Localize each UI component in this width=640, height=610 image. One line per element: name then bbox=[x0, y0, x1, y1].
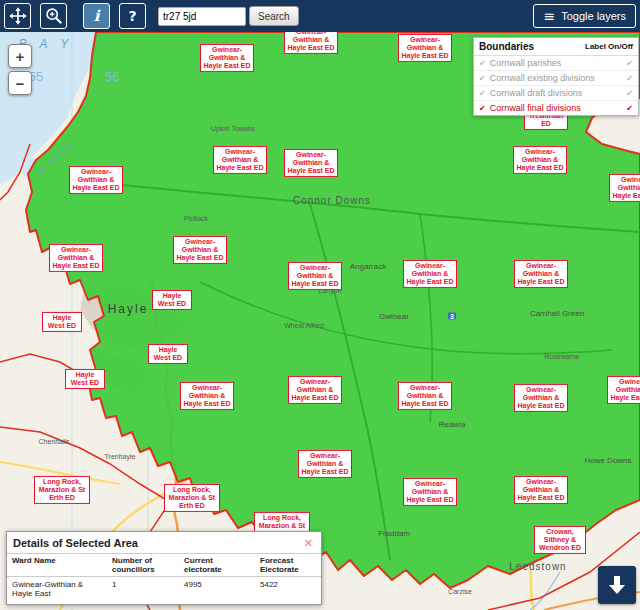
down-arrow-button[interactable] bbox=[598, 566, 636, 604]
toggle-layers-button[interactable]: ≡ Toggle layers bbox=[533, 4, 636, 28]
layer-label: Cornwall draft divisions bbox=[490, 88, 623, 98]
layer-visibility-check[interactable]: ✔ bbox=[479, 89, 486, 98]
layer-label: Cornwall final divisions bbox=[490, 103, 623, 113]
layer-label-check[interactable]: ✔ bbox=[626, 74, 633, 83]
search-input[interactable] bbox=[158, 7, 246, 26]
details-header-row: Ward NameNumber of councillorsCurrent el… bbox=[7, 554, 321, 577]
details-column-header: Current electorate bbox=[179, 554, 255, 577]
layer-visibility-check[interactable]: ✔ bbox=[479, 74, 486, 83]
hamburger-icon: ≡ bbox=[543, 9, 555, 23]
details-cell: 5422 bbox=[255, 577, 321, 605]
road-minor bbox=[0, 462, 120, 484]
details-column-header: Forecast Electorate bbox=[255, 554, 321, 577]
info-icon: i bbox=[94, 7, 100, 25]
layers-panel-title: Boundaries bbox=[479, 41, 534, 52]
zoom-in-button[interactable]: + bbox=[8, 44, 32, 68]
close-icon[interactable]: ✕ bbox=[302, 537, 315, 550]
zoom-tool-button[interactable] bbox=[40, 3, 67, 29]
zoom-out-button[interactable]: − bbox=[8, 71, 32, 95]
map[interactable]: B A Y5556R. HAYLEUpton TowansPhillackCon… bbox=[0, 32, 640, 610]
layer-row[interactable]: ✔Cornwall parishes✔ bbox=[474, 56, 638, 71]
magnifier-plus-icon bbox=[44, 6, 64, 26]
map-application: i ? Search ≡ Toggle layers bbox=[0, 0, 640, 610]
zoom-control: + − bbox=[8, 44, 32, 98]
details-cell: Gwinear-Gwithian & Hayle East bbox=[7, 577, 107, 605]
details-column-header: Ward Name bbox=[7, 554, 107, 577]
details-cell: 4995 bbox=[179, 577, 255, 605]
layer-row[interactable]: ✔Cornwall draft divisions✔ bbox=[474, 86, 638, 101]
details-column-header: Number of councillors bbox=[107, 554, 179, 577]
details-panel-title: Details of Selected Area bbox=[13, 537, 138, 549]
details-table: Ward NameNumber of councillorsCurrent el… bbox=[7, 553, 321, 604]
layer-label-check[interactable]: ✔ bbox=[626, 89, 633, 98]
move-arrows-icon bbox=[8, 6, 28, 26]
pan-tool-button[interactable] bbox=[4, 3, 31, 29]
layer-rows: ✔Cornwall parishes✔✔Cornwall existing di… bbox=[474, 56, 638, 115]
toolbar: i ? Search ≡ Toggle layers bbox=[0, 0, 640, 32]
map-canvas bbox=[0, 32, 640, 610]
layer-label: Cornwall parishes bbox=[490, 58, 623, 68]
layers-panel: Boundaries Label On/Off ✔Cornwall parish… bbox=[473, 37, 639, 116]
layer-label-check[interactable]: ✔ bbox=[626, 59, 633, 68]
details-value-row: Gwinear-Gwithian & Hayle East149955422 bbox=[7, 577, 321, 605]
layer-visibility-check[interactable]: ✔ bbox=[479, 104, 486, 113]
layer-label: Cornwall existing divisions bbox=[490, 73, 623, 83]
layer-row[interactable]: ✔Cornwall existing divisions✔ bbox=[474, 71, 638, 86]
down-arrow-icon bbox=[605, 573, 629, 597]
details-panel: Details of Selected Area ✕ Ward NameNumb… bbox=[6, 531, 322, 605]
search-button[interactable]: Search bbox=[249, 6, 299, 26]
layer-visibility-check[interactable]: ✔ bbox=[479, 59, 486, 68]
info-tool-button[interactable]: i bbox=[83, 3, 110, 29]
details-panel-header: Details of Selected Area ✕ bbox=[7, 532, 321, 553]
layers-panel-header: Boundaries Label On/Off bbox=[474, 38, 638, 56]
layer-row[interactable]: ✔Cornwall final divisions✔ bbox=[474, 101, 638, 115]
help-button[interactable]: ? bbox=[119, 3, 146, 29]
stream bbox=[530, 572, 560, 610]
boundary-line bbox=[0, 354, 100, 392]
label-on-off-header: Label On/Off bbox=[585, 42, 633, 51]
toggle-layers-label: Toggle layers bbox=[561, 10, 626, 22]
layer-label-check[interactable]: ✔ bbox=[626, 104, 633, 113]
help-icon: ? bbox=[128, 8, 136, 24]
details-cell: 1 bbox=[107, 577, 179, 605]
